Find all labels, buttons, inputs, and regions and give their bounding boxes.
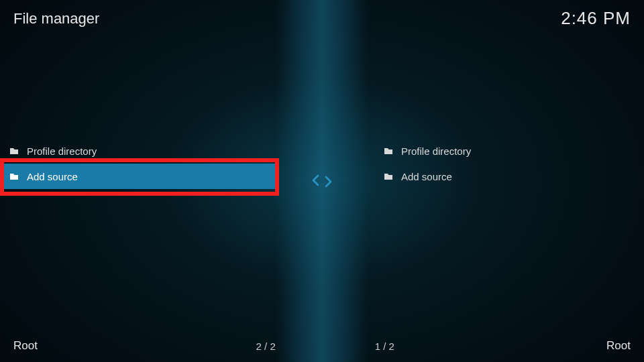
right-panel: Profile directory Add source bbox=[374, 138, 644, 189]
list-item-profile-directory[interactable]: Profile directory bbox=[0, 138, 275, 164]
left-path-label: Root bbox=[13, 339, 38, 353]
list-item-label: Add source bbox=[401, 171, 452, 182]
swap-arrows-icon bbox=[311, 173, 333, 189]
right-path-label: Root bbox=[606, 339, 631, 353]
folder-icon bbox=[9, 147, 19, 155]
page-title: File manager bbox=[13, 10, 99, 27]
list-item-label: Profile directory bbox=[27, 145, 97, 157]
list-item-label: Profile directory bbox=[401, 145, 471, 157]
left-panel: Profile directory Add source bbox=[0, 138, 275, 189]
footer-right: 1 / 2 Root bbox=[375, 339, 631, 353]
list-item-profile-directory[interactable]: Profile directory bbox=[374, 138, 644, 164]
list-item-add-source[interactable]: Add source bbox=[374, 164, 644, 189]
folder-icon bbox=[384, 173, 393, 180]
footer-left: Root 2 / 2 bbox=[13, 339, 276, 353]
list-item-label: Add source bbox=[27, 171, 78, 182]
clock: 2:46 PM bbox=[561, 8, 631, 29]
left-counter: 2 / 2 bbox=[256, 341, 276, 352]
folder-icon bbox=[384, 147, 393, 155]
folder-icon bbox=[9, 173, 19, 180]
right-counter: 1 / 2 bbox=[375, 341, 394, 352]
center-divider bbox=[276, 0, 368, 362]
list-item-add-source[interactable]: Add source bbox=[0, 164, 275, 189]
footer: Root 2 / 2 1 / 2 Root bbox=[0, 339, 644, 353]
